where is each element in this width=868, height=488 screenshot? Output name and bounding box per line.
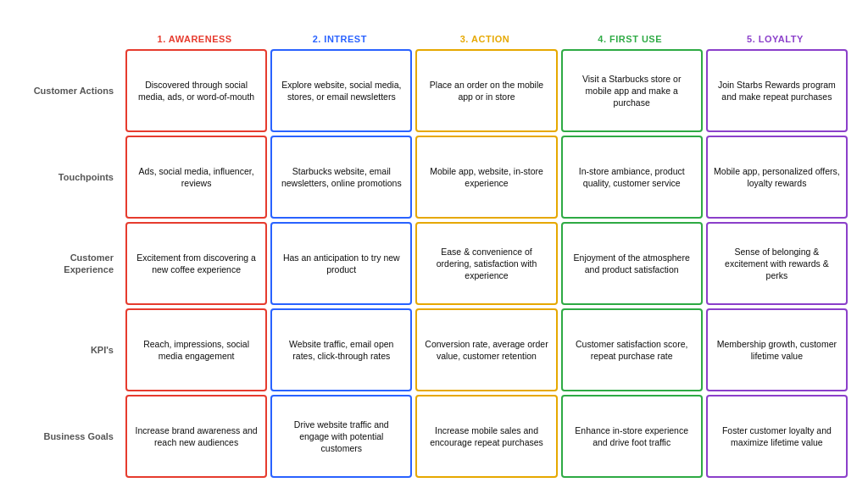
cell-r2-c0: Excitement from discovering a new coffee…	[125, 222, 267, 305]
cell-r4-c0: Increase brand awareness and reach new a…	[125, 395, 267, 478]
page: 1. Awareness2. Intrest3. Action4. First …	[0, 0, 868, 488]
cell-r1-c0: Ads, social media, influencer, reviews	[125, 136, 267, 219]
cell-r0-c2: Place an order on the mobile app or in s…	[415, 49, 557, 132]
col-header-awareness: 1. Awareness	[122, 32, 267, 46]
header	[20, 15, 848, 24]
row-label-1: Touchpoints	[20, 136, 122, 219]
cell-r3-c0: Reach, impressions, social media engagem…	[125, 308, 267, 391]
table-row: Business GoalsIncrease brand awareness a…	[20, 395, 848, 478]
cell-r4-c2: Increase mobile sales and encourage repe…	[415, 395, 557, 478]
cell-r4-c4: Foster customer loyalty and maximize lif…	[706, 395, 848, 478]
row-label-4: Business Goals	[20, 395, 122, 478]
col-header-loyalty: 5. Loyalty	[703, 32, 848, 46]
cell-r1-c4: Mobile app, personalized offers, loyalty…	[706, 136, 848, 219]
cell-r2-c2: Ease & convenience of ordering, satisfac…	[415, 222, 557, 305]
cell-r0-c0: Discovered through social media, ads, or…	[125, 49, 267, 132]
cell-r3-c4: Membership growth, customer lifetime val…	[706, 308, 848, 391]
table-row: Customer ActionsDiscovered through socia…	[20, 49, 848, 132]
table-container: 1. Awareness2. Intrest3. Action4. First …	[20, 32, 848, 478]
cell-r1-c2: Mobile app, website, in-store experience	[415, 136, 557, 219]
header-empty-cell	[20, 32, 122, 46]
col-header-action: 3. Action	[412, 32, 557, 46]
col-header-interest: 2. Intrest	[267, 32, 412, 46]
cell-r1-c3: In-store ambiance, product quality, cust…	[561, 136, 703, 219]
cell-r2-c3: Enjoyment of the atmosphere and product …	[561, 222, 703, 305]
cell-r2-c4: Sense of belonging & excitement with rew…	[706, 222, 848, 305]
col-header-firstuse: 4. First Use	[558, 32, 703, 46]
table-row: Customer ExperienceExcitement from disco…	[20, 222, 848, 305]
cell-r3-c1: Website traffic, email open rates, click…	[270, 308, 412, 391]
table-row: TouchpointsAds, social media, influencer…	[20, 136, 848, 219]
table-row: KPI'sReach, impressions, social media en…	[20, 308, 848, 391]
cell-r2-c1: Has an anticipation to try new product	[270, 222, 412, 305]
cell-r0-c4: Join Starbs Rewards program and make rep…	[706, 49, 848, 132]
cell-r0-c1: Explore website, social media, stores, o…	[270, 49, 412, 132]
cell-r4-c3: Enhance in-store experience and drive fo…	[561, 395, 703, 478]
cell-r4-c1: Drive website traffic and engage with po…	[270, 395, 412, 478]
cell-r3-c3: Customer satisfaction score, repeat purc…	[561, 308, 703, 391]
cell-r3-c2: Conversion rate, average order value, cu…	[415, 308, 557, 391]
row-label-3: KPI's	[20, 308, 122, 391]
grid-body: Customer ActionsDiscovered through socia…	[20, 49, 848, 478]
column-headers: 1. Awareness2. Intrest3. Action4. First …	[20, 32, 848, 46]
row-label-2: Customer Experience	[20, 222, 122, 305]
cell-r0-c3: Visit a Starbucks store or mobile app an…	[561, 49, 703, 132]
row-label-0: Customer Actions	[20, 49, 122, 132]
cell-r1-c1: Starbucks website, email newsletters, on…	[270, 136, 412, 219]
